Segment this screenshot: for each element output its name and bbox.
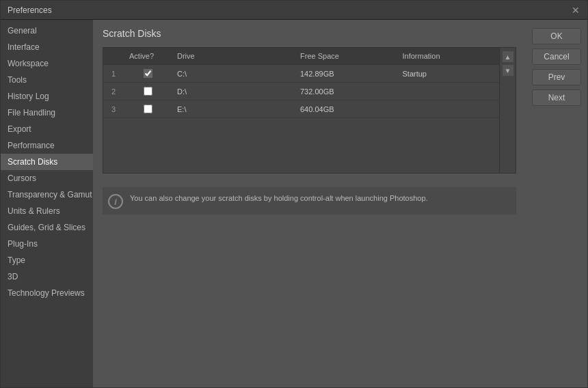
main-area: Scratch Disks Active? Drive Free Space I… — [93, 20, 526, 387]
move-up-button[interactable]: ▲ — [502, 51, 514, 63]
sidebar-item-file-handling[interactable]: File Handling — [1, 105, 93, 121]
row-freespace-3: 640.04GB — [295, 102, 397, 116]
prev-button[interactable]: Prev — [532, 69, 581, 85]
disk-checkbox-1[interactable] — [144, 69, 152, 78]
col-info: Information — [397, 51, 500, 61]
sidebar-item-3d[interactable]: 3D — [1, 268, 93, 285]
row-check-1[interactable] — [124, 66, 172, 81]
sidebar-item-performance[interactable]: Performance — [1, 137, 93, 154]
section-title: Scratch Disks — [103, 28, 516, 39]
info-icon: i — [108, 194, 123, 209]
row-freespace-2: 732.00GB — [295, 85, 397, 98]
info-section: i You can also change your scratch disks… — [103, 187, 516, 214]
order-arrows: ▲ ▼ — [500, 47, 516, 174]
sidebar-item-interface[interactable]: Interface — [1, 39, 93, 55]
sidebar-item-plug-ins[interactable]: Plug-Ins — [1, 236, 93, 252]
info-text: You can also change your scratch disks b… — [130, 193, 428, 204]
sidebar-item-technology-previews[interactable]: Technology Previews — [1, 285, 93, 301]
row-num-3: 3 — [103, 102, 124, 116]
table-row: 3 E:\ 640.04GB — [103, 100, 499, 118]
table-row: 1 C:\ 142.89GB Startup — [103, 65, 499, 83]
sidebar-item-workspace[interactable]: Workspace — [1, 55, 93, 72]
row-info-3 — [397, 107, 500, 112]
sidebar-item-history-log[interactable]: History Log — [1, 88, 93, 105]
sidebar: GeneralInterfaceWorkspaceToolsHistory Lo… — [1, 20, 93, 387]
row-info-2 — [397, 89, 500, 94]
sidebar-item-type[interactable]: Type — [1, 252, 93, 268]
sidebar-item-units-rulers[interactable]: Units & Rulers — [1, 203, 93, 219]
row-drive-2: D:\ — [172, 85, 295, 98]
sidebar-item-cursors[interactable]: Cursors — [1, 170, 93, 186]
window-title: Preferences — [8, 5, 52, 15]
ok-button[interactable]: OK — [532, 28, 581, 44]
sidebar-item-tools[interactable]: Tools — [1, 72, 93, 88]
col-drive: Drive — [172, 51, 295, 61]
title-bar: Preferences ✕ — [1, 1, 587, 20]
sidebar-item-general[interactable]: General — [1, 23, 93, 39]
disk-table-wrapper: Active? Drive Free Space Information 1 C… — [103, 47, 516, 174]
sidebar-item-scratch-disks[interactable]: Scratch Disks — [1, 154, 93, 170]
row-num-2: 2 — [103, 85, 124, 98]
next-button[interactable]: Next — [532, 89, 581, 106]
sidebar-item-transparency-gamut[interactable]: Transparency & Gamut — [1, 186, 93, 203]
row-check-3[interactable] — [124, 102, 172, 116]
sidebar-item-export[interactable]: Export — [1, 121, 93, 137]
action-buttons-panel: OK Cancel Prev Next — [526, 20, 587, 387]
row-info-1: Startup — [397, 67, 500, 81]
col-freespace: Free Space — [295, 51, 397, 61]
row-num-1: 1 — [103, 67, 124, 81]
window-content: GeneralInterfaceWorkspaceToolsHistory Lo… — [1, 20, 587, 387]
col-num — [103, 51, 124, 61]
disk-table: Active? Drive Free Space Information 1 C… — [103, 47, 500, 174]
preferences-window: Preferences ✕ GeneralInterfaceWorkspaceT… — [0, 0, 588, 388]
table-header-row: Active? Drive Free Space Information — [103, 48, 499, 65]
disk-checkbox-2[interactable] — [144, 87, 152, 96]
move-down-button[interactable]: ▼ — [502, 64, 514, 77]
row-drive-1: C:\ — [172, 67, 295, 81]
row-drive-3: E:\ — [172, 102, 295, 116]
table-row: 2 D:\ 732.00GB — [103, 83, 499, 100]
sidebar-item-guides-grid-slices[interactable]: Guides, Grid & Slices — [1, 219, 93, 236]
disk-checkbox-3[interactable] — [144, 105, 152, 113]
row-freespace-1: 142.89GB — [295, 67, 397, 81]
close-button[interactable]: ✕ — [571, 5, 580, 15]
row-check-2[interactable] — [124, 84, 172, 98]
col-active: Active? — [124, 51, 172, 61]
cancel-button[interactable]: Cancel — [532, 48, 581, 65]
